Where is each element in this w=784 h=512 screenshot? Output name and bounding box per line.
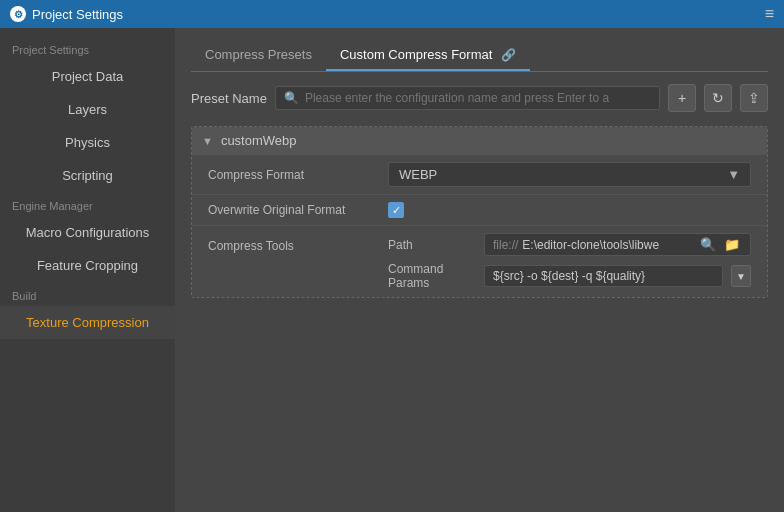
command-params-input[interactable]: ${src} -o ${dest} -q ${quality} xyxy=(484,265,723,287)
preset-name-row: Preset Name 🔍 + ↻ ⇪ xyxy=(191,84,768,112)
config-header[interactable]: ▼ customWebp xyxy=(192,127,767,154)
config-body: Compress Format WEBP ▼ Overwrite Origina… xyxy=(192,154,767,297)
compress-tools-row: Compress Tools Path file:// E:\editor-cl… xyxy=(192,225,767,297)
main-layout: Project Settings Project Data Layers Phy… xyxy=(0,28,784,512)
sidebar-section-build: Build xyxy=(0,282,175,306)
path-value: E:\editor-clone\tools\libwe xyxy=(522,238,694,252)
overwrite-format-label: Overwrite Original Format xyxy=(208,203,388,217)
config-box: ▼ customWebp Compress Format WEBP ▼ xyxy=(191,126,768,298)
compress-tools-label: Compress Tools xyxy=(208,233,388,253)
preset-name-input[interactable] xyxy=(305,91,651,105)
sidebar-item-macro-configurations[interactable]: Macro Configurations xyxy=(0,216,175,249)
compress-format-value: WEBP ▼ xyxy=(388,162,751,187)
collapse-arrow-icon: ▼ xyxy=(202,135,213,147)
preset-name-input-wrap[interactable]: 🔍 xyxy=(275,86,660,110)
export-icon: ⇪ xyxy=(748,90,760,106)
compress-format-row: Compress Format WEBP ▼ xyxy=(192,154,767,194)
title-icon: ⚙ xyxy=(10,6,26,22)
format-dropdown-arrow-icon: ▼ xyxy=(727,167,740,182)
title-bar-left: ⚙ Project Settings xyxy=(10,6,123,22)
overwrite-format-checkbox[interactable] xyxy=(388,202,404,218)
sidebar-item-texture-compression[interactable]: Texture Compression xyxy=(0,306,175,339)
tabs: Compress Presets Custom Compress Format … xyxy=(191,40,768,72)
compress-tools-value: Path file:// E:\editor-clone\tools\libwe… xyxy=(388,233,751,290)
sidebar-item-physics[interactable]: Physics xyxy=(0,126,175,159)
format-dropdown[interactable]: WEBP ▼ xyxy=(388,162,751,187)
command-params-sub-row: Command Params ${src} -o ${dest} -q ${qu… xyxy=(388,262,751,290)
title-bar: ⚙ Project Settings ≡ xyxy=(0,0,784,28)
path-input[interactable]: file:// E:\editor-clone\tools\libwe 🔍 📁 xyxy=(484,233,751,256)
path-sub-row: Path file:// E:\editor-clone\tools\libwe… xyxy=(388,233,751,256)
sidebar-item-scripting[interactable]: Scripting xyxy=(0,159,175,192)
command-params-dropdown-icon: ▼ xyxy=(736,271,746,282)
sidebar-item-feature-cropping[interactable]: Feature Cropping xyxy=(0,249,175,282)
path-search-icon[interactable]: 🔍 xyxy=(698,237,718,252)
sidebar-section-project-settings: Project Settings xyxy=(0,36,175,60)
preset-name-label: Preset Name xyxy=(191,91,267,106)
sidebar-item-project-data[interactable]: Project Data xyxy=(0,60,175,93)
path-label: Path xyxy=(388,238,478,252)
search-icon: 🔍 xyxy=(284,91,299,105)
path-folder-icon[interactable]: 📁 xyxy=(722,237,742,252)
refresh-icon: ↻ xyxy=(712,90,724,106)
menu-icon[interactable]: ≡ xyxy=(765,5,774,23)
tab-link-icon: 🔗 xyxy=(501,48,516,62)
add-icon: + xyxy=(678,90,686,106)
overwrite-format-value xyxy=(388,202,751,218)
overwrite-format-row: Overwrite Original Format xyxy=(192,194,767,225)
command-params-value: ${src} -o ${dest} -q ${quality} xyxy=(493,269,645,283)
sidebar-section-engine-manager: Engine Manager xyxy=(0,192,175,216)
tab-custom-compress-format[interactable]: Custom Compress Format 🔗 xyxy=(326,40,530,71)
path-prefix: file:// xyxy=(493,238,518,252)
content-area: Compress Presets Custom Compress Format … xyxy=(175,28,784,512)
title-text: Project Settings xyxy=(32,7,123,22)
compress-format-label: Compress Format xyxy=(208,168,388,182)
export-preset-button[interactable]: ⇪ xyxy=(740,84,768,112)
sidebar-item-layers[interactable]: Layers xyxy=(0,93,175,126)
sidebar: Project Settings Project Data Layers Phy… xyxy=(0,28,175,512)
add-preset-button[interactable]: + xyxy=(668,84,696,112)
refresh-preset-button[interactable]: ↻ xyxy=(704,84,732,112)
command-params-dropdown-button[interactable]: ▼ xyxy=(731,265,751,287)
command-params-label: Command Params xyxy=(388,262,478,290)
config-name: customWebp xyxy=(221,133,297,148)
tab-custom-compress-format-label: Custom Compress Format xyxy=(340,47,492,62)
tab-compress-presets[interactable]: Compress Presets xyxy=(191,40,326,71)
format-dropdown-value: WEBP xyxy=(399,167,437,182)
